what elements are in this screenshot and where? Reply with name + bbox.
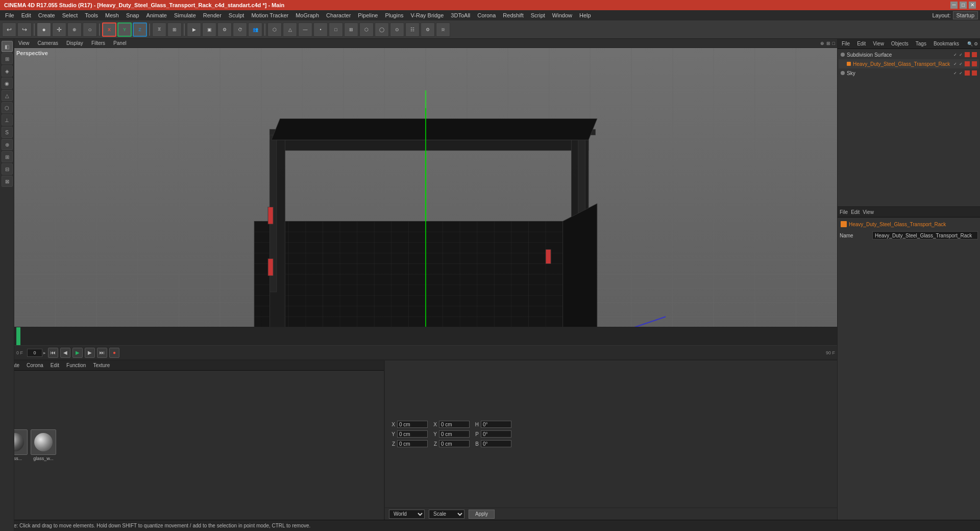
mode-edge-btn[interactable]: —	[298, 22, 312, 37]
record-btn[interactable]: ●	[109, 348, 119, 358]
obj-flag5[interactable]	[965, 70, 970, 76]
obj-check1[interactable]: ✓	[953, 53, 957, 57]
om-file[interactable]: File	[840, 40, 852, 47]
move-btn[interactable]: ✛	[52, 22, 66, 37]
menu-help[interactable]: Help	[576, 11, 594, 19]
close-button[interactable]: ✕	[969, 2, 976, 9]
axis-x-btn[interactable]: X	[102, 22, 116, 37]
mode-texture-btn[interactable]: ⊞	[344, 22, 358, 37]
coord-b-input[interactable]	[481, 440, 511, 447]
om-bookmarks[interactable]: Bookmarks	[932, 40, 961, 47]
material-thumb-glass-w[interactable]	[31, 429, 56, 455]
mode-generate-btn[interactable]: ⛭	[436, 22, 450, 37]
om-objects[interactable]: Objects	[889, 40, 911, 47]
timeline-area[interactable]	[14, 327, 837, 345]
sidebar-attr-btn[interactable]: ⊥	[2, 114, 13, 126]
mode-point-btn[interactable]: •	[313, 22, 328, 37]
vp-menu-display[interactable]: Display	[64, 40, 85, 46]
vp-icon-1[interactable]: ⊕	[820, 41, 824, 46]
window-controls[interactable]: ─ □ ✕	[950, 2, 976, 9]
undo-button[interactable]: ↩	[2, 22, 16, 37]
coord-p-input[interactable]	[481, 430, 511, 438]
sidebar-paint-btn[interactable]: ⊞	[2, 151, 13, 162]
me-texture[interactable]: Texture	[91, 362, 112, 369]
om-settings-icon[interactable]: ⚙	[974, 41, 978, 46]
om-view[interactable]: View	[871, 40, 886, 47]
menu-render[interactable]: Render	[200, 11, 225, 19]
obj-flag1[interactable]	[965, 52, 970, 57]
render-team-btn[interactable]: 👥	[248, 22, 262, 37]
vp-menu-view[interactable]: View	[16, 40, 32, 46]
object-row-subdivision[interactable]: Subdivision Surface ✓ ✓	[839, 50, 979, 59]
vp-icon-3[interactable]: □	[832, 41, 835, 46]
render-settings-btn[interactable]: ⚙	[217, 22, 232, 37]
mode-uv-btn[interactable]: □	[329, 22, 343, 37]
menu-corona[interactable]: Corona	[474, 11, 499, 19]
menu-pipeline[interactable]: Pipeline	[355, 11, 381, 19]
menu-animate[interactable]: Animate	[143, 11, 170, 19]
sidebar-stretch-btn[interactable]: S	[2, 127, 13, 138]
mode-polygon-btn[interactable]: △	[283, 22, 297, 37]
sidebar-sculpt-btn[interactable]: ⊟	[2, 163, 13, 175]
material-item-glass-w[interactable]: glass_w...	[31, 429, 56, 461]
menu-simulate[interactable]: Simulate	[171, 11, 199, 19]
menu-3dtoall[interactable]: 3DToAll	[448, 11, 473, 19]
obj-check3[interactable]: ✓	[953, 62, 957, 66]
goto-start-btn[interactable]: ⏮	[48, 348, 58, 358]
obj-flag2[interactable]	[972, 52, 977, 57]
redo-button[interactable]: ↪	[17, 22, 32, 37]
sidebar-obj-btn[interactable]: △	[2, 90, 13, 101]
obj-check5[interactable]: ✓	[953, 71, 957, 76]
mode-motion-btn[interactable]: ☷	[405, 22, 420, 37]
apply-button[interactable]: Apply	[469, 510, 495, 519]
mode-workplane-btn[interactable]: ⬡	[359, 22, 374, 37]
menu-window[interactable]: Window	[549, 11, 575, 19]
snap-btn[interactable]: ⧖	[152, 22, 166, 37]
menu-vraybridge[interactable]: V-Ray Bridge	[408, 11, 447, 19]
goto-end-btn[interactable]: ⏭	[97, 348, 107, 358]
coord-x-input[interactable]	[397, 421, 428, 428]
coord-rx-input[interactable]	[439, 421, 470, 428]
menu-tools[interactable]: Tools	[82, 11, 101, 19]
obj-check6[interactable]: ✓	[959, 71, 963, 76]
object-row-rack[interactable]: Heavy_Duty_Steel_Glass_Transport_Rack ✓ …	[839, 59, 979, 68]
render-region-btn[interactable]: ▣	[202, 22, 216, 37]
menu-sculpt[interactable]: Sculpt	[226, 11, 248, 19]
coord-rz-input[interactable]	[439, 440, 470, 447]
live-selection-btn[interactable]: ●	[37, 22, 51, 37]
attr-name-input[interactable]	[872, 231, 978, 239]
sidebar-edge-btn[interactable]: ◈	[2, 65, 13, 77]
menu-select[interactable]: Select	[59, 11, 81, 19]
sidebar-scene-btn[interactable]: ⬡	[2, 102, 13, 113]
mode-sculpt-btn[interactable]: ◯	[375, 22, 389, 37]
am-edit[interactable]: Edit	[851, 209, 860, 215]
menu-mograph[interactable]: MoGraph	[292, 11, 322, 19]
vp-menu-panel[interactable]: Panel	[111, 40, 129, 46]
sidebar-poly-btn[interactable]: ⊞	[2, 53, 13, 64]
maximize-button[interactable]: □	[960, 2, 967, 9]
sidebar-point-btn[interactable]: ◉	[2, 78, 13, 89]
layout-value[interactable]: Startup	[953, 11, 978, 19]
frame-input[interactable]	[27, 349, 42, 357]
me-edit[interactable]: Edit	[48, 362, 61, 369]
scale-dropdown[interactable]: Scale	[429, 510, 464, 519]
mode-deformer-btn[interactable]: ⚙	[421, 22, 435, 37]
rotate-btn[interactable]: ○	[83, 22, 97, 37]
menu-plugins[interactable]: Plugins	[382, 11, 406, 19]
coord-z-input[interactable]	[397, 440, 428, 447]
am-file[interactable]: File	[840, 209, 848, 215]
object-row-sky[interactable]: Sky ✓ ✓	[839, 68, 979, 78]
render-btn[interactable]: ▶	[187, 22, 201, 37]
menu-create[interactable]: Create	[35, 11, 58, 19]
sidebar-smooth-btn[interactable]: ⊠	[2, 176, 13, 187]
me-corona[interactable]: Corona	[24, 362, 45, 369]
vp-menu-cameras[interactable]: Cameras	[36, 40, 61, 46]
obj-flag6[interactable]	[972, 70, 977, 76]
world-dropdown[interactable]: World	[389, 510, 425, 519]
mode-object-btn[interactable]: ⬡	[267, 22, 282, 37]
menu-snap[interactable]: Snap	[123, 11, 142, 19]
sidebar-model-btn[interactable]: ◧	[2, 41, 13, 52]
coord-y-input[interactable]	[397, 430, 428, 438]
om-tags[interactable]: Tags	[914, 40, 928, 47]
am-view[interactable]: View	[863, 209, 874, 215]
